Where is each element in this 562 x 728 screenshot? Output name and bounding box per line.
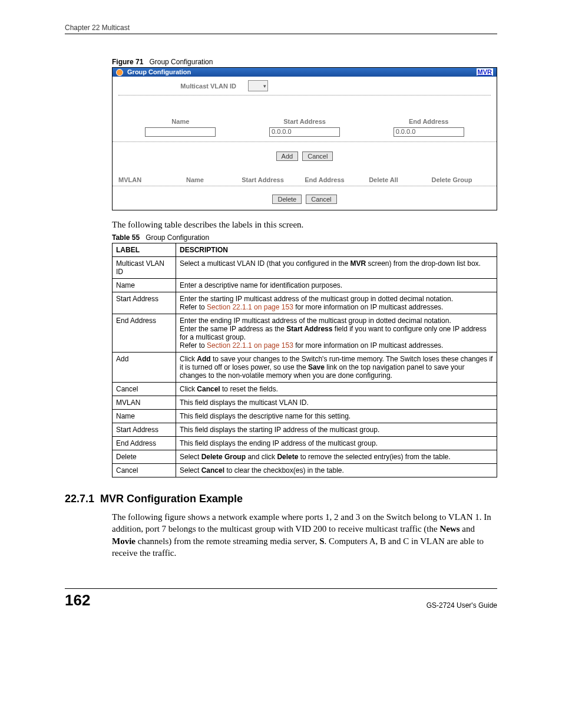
page-footer: 162 GS-2724 User's Guide [65,588,497,610]
delete-button[interactable]: Delete [272,195,302,204]
input-header-row: Name Start Address End Address [113,113,497,127]
mvr-link[interactable]: MVR [477,68,493,75]
th-start: Start Address [230,176,295,183]
figure-caption: Figure 71 Group Configuration [112,58,497,66]
cell-desc: This field displays the descriptive name… [176,410,497,423]
table-row: Start Address This field displays the st… [113,423,497,437]
th-delete-group: Delete Group [413,176,491,183]
table-caption-label: Table 55 [112,233,140,242]
cell-desc: Select Cancel to clear the checkbox(es) … [176,464,497,477]
xref-link[interactable]: Section 22.1.1 on page 153 [207,341,293,350]
cell-label: Cancel [113,464,176,477]
table-row: End Address Enter the ending IP multicas… [113,314,497,353]
cell-desc: Select a multicast VLAN ID (that you con… [176,257,497,279]
end-address-input[interactable]: 0.0.0.0 [394,127,464,137]
cell-label: Add [113,353,176,383]
cell-label: Multicast VLAN ID [113,257,176,279]
entries-table-header: MVLAN Name Start Address End Address Del… [113,172,497,186]
add-button[interactable]: Add [276,151,299,161]
table-row: Name Enter a descriptive name for identi… [113,279,497,292]
cancel-button-2[interactable]: Cancel [306,195,336,204]
table-row: Start Address Enter the starting IP mult… [113,292,497,314]
section-heading: 22.7.1 MVR Configuration Example [65,493,497,505]
col-start: Start Address [243,118,367,125]
cell-label: Start Address [113,292,176,314]
table-caption-text: Group Configuration [146,233,209,242]
table-row: MVLAN This field displays the multicast … [113,396,497,410]
table-row: Cancel Select Cancel to clear the checkb… [113,464,497,477]
cell-label: MVLAN [113,396,176,410]
th-mvlan: MVLAN [118,176,160,183]
panel-titlebar: Group Configuration MVR [113,68,497,77]
description-table: LABEL DESCRIPTION Multicast VLAN ID Sele… [112,243,497,477]
section-title: MVR Configuration Example [100,493,243,505]
table-caption: Table 55 Group Configuration [112,233,497,242]
th-name: Name [160,176,230,183]
cell-label: Delete [113,450,176,464]
cell-desc: This field displays the multicast VLAN I… [176,396,497,410]
th-description: DESCRIPTION [176,243,497,257]
cell-desc: Enter the starting IP multicast address … [176,292,497,314]
cell-label: Name [113,279,176,292]
cell-label: End Address [113,314,176,353]
section-number: 22.7.1 [65,493,94,505]
th-label: LABEL [113,243,176,257]
table-row: End Address This field displays the endi… [113,437,497,450]
multicast-vlan-id-label: Multicast VLAN ID [118,83,248,90]
cell-desc: Enter a descriptive name for identificat… [176,279,497,292]
page-number: 162 [65,591,90,610]
multicast-vlan-id-select[interactable]: ▾ [248,80,268,91]
cell-desc: Enter the ending IP multicast address of… [176,314,497,353]
col-end: End Address [366,118,491,125]
section-paragraph: The following figure shows a network exa… [112,511,497,559]
table-row: Add Click Add to save your changes to th… [113,353,497,383]
cell-desc: This field displays the starting IP addr… [176,423,497,437]
cell-label: Name [113,410,176,423]
start-address-input[interactable]: 0.0.0.0 [269,127,340,137]
name-input[interactable] [145,127,216,137]
cell-desc: Click Cancel to reset the fields. [176,383,497,396]
cell-label: End Address [113,437,176,450]
chapter-header: Chapter 22 Multicast [65,24,497,34]
panel-title: Group Configuration [127,68,191,75]
chevron-down-icon: ▾ [263,83,266,89]
bullet-icon [116,69,123,76]
col-name: Name [118,118,243,125]
cancel-button[interactable]: Cancel [302,151,333,161]
table-row: Cancel Click Cancel to reset the fields. [113,383,497,396]
cell-label: Cancel [113,383,176,396]
figure-caption-text: Group Configuration [149,58,213,66]
cell-desc: Click Add to save your changes to the Sw… [176,353,497,383]
table-row: Multicast VLAN ID Select a multicast VLA… [113,257,497,279]
th-end: End Address [295,176,354,183]
figure-caption-label: Figure 71 [112,58,143,66]
th-delete-all: Delete All [354,176,413,183]
table-row: Name This field displays the descriptive… [113,410,497,423]
cell-desc: Select Delete Group and click Delete to … [176,450,497,464]
table-row: Delete Select Delete Group and click Del… [113,450,497,464]
cell-label: Start Address [113,423,176,437]
intro-text: The following table describes the labels… [112,220,497,230]
guide-title: GS-2724 User's Guide [427,601,497,610]
cell-desc: This field displays the ending IP addres… [176,437,497,450]
xref-link[interactable]: Section 22.1.1 on page 153 [207,303,293,311]
group-config-screenshot: Group Configuration MVR Multicast VLAN I… [112,67,497,210]
